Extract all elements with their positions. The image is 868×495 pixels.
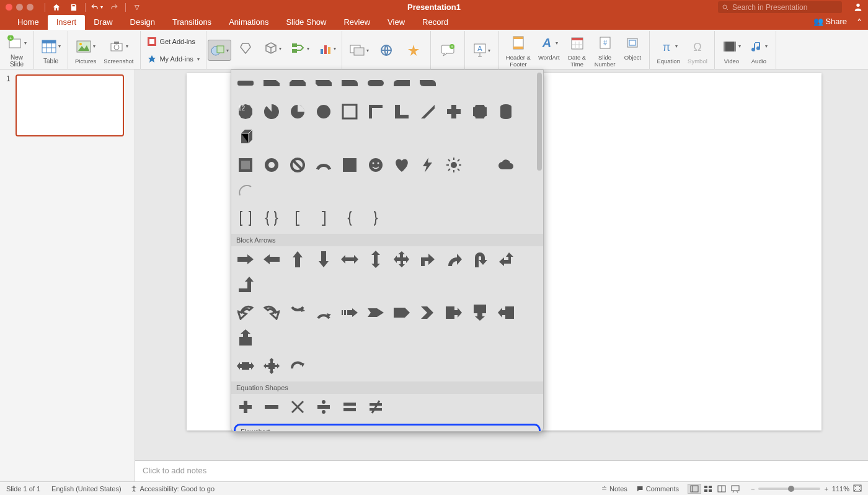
icons-button[interactable] xyxy=(232,40,259,61)
link-button[interactable] xyxy=(373,42,399,59)
arrow-notched-right[interactable] xyxy=(365,302,386,323)
date-time-button[interactable]: Date & Time xyxy=(564,32,590,69)
shape-right-bracket[interactable] xyxy=(313,208,334,229)
arrow-curved-down[interactable] xyxy=(287,302,308,323)
table-button[interactable]: ▾ Table xyxy=(38,35,64,66)
shape-frame[interactable] xyxy=(339,101,360,122)
redo-icon[interactable] xyxy=(108,1,120,14)
shape-double-bracket[interactable] xyxy=(235,208,256,229)
status-notes-toggle[interactable]: ≐ Notes xyxy=(601,484,627,493)
shape-cube[interactable] xyxy=(235,126,256,147)
view-normal-button[interactable] xyxy=(688,484,701,494)
status-language[interactable]: English (United States) xyxy=(51,485,122,493)
arrow-bent[interactable] xyxy=(417,249,438,270)
eq-plus[interactable] xyxy=(235,396,256,417)
shape-lshape[interactable] xyxy=(391,101,412,122)
shape-left-bracket[interactable] xyxy=(287,208,308,229)
tab-insert[interactable]: Insert xyxy=(48,15,86,30)
arrow-circular[interactable] xyxy=(287,355,308,377)
close-window-button[interactable] xyxy=(6,4,12,11)
shape-plus[interactable] xyxy=(443,101,464,122)
zoom-slider[interactable] xyxy=(758,488,820,490)
collapse-ribbon-button[interactable]: ˄ xyxy=(857,17,862,29)
shapes-button[interactable]: ▾ xyxy=(208,40,231,61)
arrow-curved-right2[interactable] xyxy=(261,302,282,323)
slide-thumbnail-1[interactable] xyxy=(16,74,124,136)
video-button[interactable]: ▾Video xyxy=(719,35,745,66)
shape-arc[interactable] xyxy=(313,154,334,176)
shape-pie[interactable] xyxy=(261,101,282,122)
tab-slide-show[interactable]: Slide Show xyxy=(277,15,335,30)
eq-equal[interactable] xyxy=(339,396,360,417)
eq-multiply[interactable] xyxy=(287,396,308,417)
shape-round1[interactable] xyxy=(339,73,360,94)
tab-review[interactable]: Review xyxy=(335,15,379,30)
shape-snip3[interactable] xyxy=(313,73,334,94)
eq-divide[interactable] xyxy=(313,396,334,417)
arrow-down-callout[interactable] xyxy=(469,302,490,323)
view-slideshow-button[interactable] xyxy=(728,484,742,494)
arrow-bent-up[interactable] xyxy=(235,274,256,295)
action-button[interactable] xyxy=(401,42,427,59)
shape-sun[interactable] xyxy=(443,154,464,176)
tab-home[interactable]: Home xyxy=(9,15,48,30)
shape-smiley[interactable] xyxy=(365,154,386,176)
user-account-icon[interactable] xyxy=(853,2,863,14)
arrow-left-up[interactable] xyxy=(495,249,516,270)
search-input[interactable]: Search in Presentation xyxy=(718,1,842,13)
zoom-percent[interactable]: 111% xyxy=(832,485,849,493)
arrow-quad[interactable] xyxy=(391,249,412,270)
shape-no-symbol[interactable] xyxy=(287,154,308,176)
tab-draw[interactable]: Draw xyxy=(85,15,121,30)
zoom-slide-button[interactable]: ▾ xyxy=(346,42,372,59)
popup-scrollbar[interactable] xyxy=(537,73,542,429)
arrow-lr-callout[interactable] xyxy=(235,355,256,377)
get-addins-button[interactable]: Get Add-ins xyxy=(144,35,197,48)
arrow-curved-up[interactable] xyxy=(313,302,334,323)
shape-chord[interactable] xyxy=(313,101,334,122)
smartart-button[interactable]: ▾ xyxy=(287,40,313,61)
header-footer-button[interactable]: Header & Footer xyxy=(503,32,534,69)
audio-button[interactable]: ▾Audio xyxy=(746,35,772,66)
shape-half-frame[interactable] xyxy=(365,101,386,122)
fit-to-window-button[interactable] xyxy=(853,484,862,493)
shape-double-brace[interactable] xyxy=(261,208,282,229)
slide-number-button[interactable]: #Slide Number xyxy=(591,32,619,69)
share-button[interactable]: 👥 Share xyxy=(813,17,847,26)
status-comments-toggle[interactable]: Comments xyxy=(636,485,679,493)
text-box-button[interactable]: A▾ xyxy=(469,39,495,61)
arrow-pentagon[interactable] xyxy=(391,302,412,323)
arrow-curved-left[interactable] xyxy=(235,302,256,323)
arrow-up[interactable] xyxy=(287,249,308,270)
arrow-chevron[interactable] xyxy=(417,302,438,323)
eq-minus[interactable] xyxy=(261,396,282,417)
shape-bevel[interactable] xyxy=(235,154,256,176)
shape-moon[interactable] xyxy=(469,154,490,176)
arrow-left[interactable] xyxy=(261,249,282,270)
arrow-striped-right[interactable] xyxy=(339,302,360,323)
shape-donut[interactable] xyxy=(261,154,282,176)
arrow-uturn[interactable] xyxy=(469,249,490,270)
status-accessibility[interactable]: Accessibility: Good to go xyxy=(130,485,215,493)
customize-qat-icon[interactable]: ▽ xyxy=(131,1,143,14)
shape-left-brace[interactable] xyxy=(339,208,360,229)
arrow-down[interactable] xyxy=(313,249,334,270)
shape-rounded-rect[interactable] xyxy=(235,73,256,94)
shape-right-brace[interactable] xyxy=(365,208,386,229)
shape-round2[interactable] xyxy=(365,73,386,94)
shape-plaque[interactable] xyxy=(469,101,490,122)
shape-teardrop[interactable] xyxy=(287,101,308,122)
home-icon[interactable] xyxy=(50,1,63,14)
screenshot-button[interactable]: ▾ Screenshot xyxy=(100,35,136,66)
arrow-right-callout[interactable] xyxy=(443,302,464,323)
arrow-up-down[interactable] xyxy=(365,249,386,270)
arrow-right[interactable] xyxy=(235,249,256,270)
shape-snip1[interactable] xyxy=(261,73,282,94)
tab-view[interactable]: View xyxy=(379,15,414,30)
pictures-button[interactable]: ▾ Pictures xyxy=(72,35,99,66)
arrow-curved-right[interactable] xyxy=(443,249,464,270)
tab-transitions[interactable]: Transitions xyxy=(164,15,220,30)
shape-can[interactable] xyxy=(495,101,516,122)
notes-pane[interactable]: Click to add notes xyxy=(135,460,868,481)
arrow-left-callout[interactable] xyxy=(495,302,516,323)
